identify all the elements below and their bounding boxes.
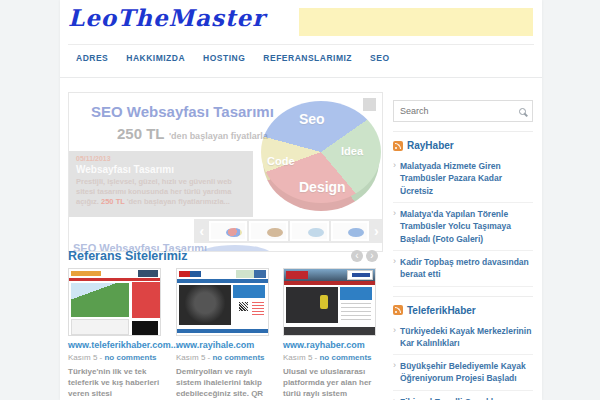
- card-excerpt: Demiryolları ve raylı sistem ihalelerini…: [176, 367, 271, 400]
- nav-item-hosting[interactable]: HOSTING: [203, 53, 245, 63]
- feed-item-label: Malatya'da Yapılan Törenle Trambüsler Yo…: [400, 208, 533, 245]
- feed-title-link[interactable]: TeleferikHaber: [407, 305, 476, 316]
- thumb-header-logo2: [138, 270, 158, 277]
- feed-header-teleferikhaber: TeleferikHaber: [393, 305, 533, 316]
- feed-item[interactable]: › Malatya'da Yapılan Törenle Trambüsler …: [393, 203, 533, 251]
- feed-title-link[interactable]: RayHaber: [407, 140, 454, 151]
- slider-thumbnail-carousel: ‹ ›: [194, 219, 383, 243]
- nav-item-referanslarimiz[interactable]: REFERANSLARIMIZ: [263, 53, 352, 63]
- chevron-bullet-icon: ›: [393, 208, 396, 245]
- thumb-red-text: [252, 302, 264, 316]
- feed-item-label: Kadir Topbaş metro davasından beraat ett…: [400, 256, 533, 281]
- card-meta: Kasım 5 - no comments: [283, 353, 378, 362]
- carousel-thumb-2[interactable]: [249, 221, 288, 241]
- thumb-sidebar: [132, 282, 160, 318]
- card-title-link[interactable]: www.rayihale.com: [176, 340, 271, 350]
- seo-pie-chart-image: Seo Idea Code Design: [261, 95, 381, 217]
- referans-prev-icon[interactable]: ‹: [351, 250, 363, 262]
- pie-label-seo: Seo: [299, 111, 325, 127]
- card-thumbnail[interactable]: [283, 268, 376, 336]
- card-comments-link[interactable]: no comments: [212, 353, 264, 362]
- thumb-side-lines: [341, 303, 371, 321]
- referans-card-rayhaber: www.rayhaber.com Kasım 5 - no comments U…: [283, 268, 378, 400]
- chevron-bullet-icon: ›: [393, 325, 396, 350]
- carousel-thumb-3[interactable]: [290, 221, 329, 241]
- feed-item-label: Büyükşehir Belediyemle Kayak Öğreniyorum…: [400, 360, 533, 385]
- carousel-prev-icon[interactable]: ‹: [196, 219, 208, 243]
- card-meta: Kasım 5 - no comments: [68, 353, 163, 362]
- card-excerpt: Ulusal ve uluslararası platformda yer al…: [283, 367, 378, 400]
- slide-post-text: Prestijli, işlevsel, güzel, hızlı ve güv…: [76, 177, 246, 206]
- slide-price-suffix: 'den başlayan fiyatlarla: [169, 131, 268, 141]
- card-date: Kasım 5: [176, 353, 205, 362]
- referans-card-rayihale: www.rayihale.com Kasım 5 - no comments D…: [176, 268, 271, 400]
- chevron-bullet-icon: ›: [393, 396, 396, 400]
- carousel-thumb-1[interactable]: [209, 221, 248, 241]
- nav-item-seo[interactable]: SEO: [370, 53, 389, 63]
- carousel-next-icon[interactable]: ›: [370, 219, 382, 243]
- slide-post-title[interactable]: Websayfası Tasarımı: [76, 164, 246, 175]
- card-title-link[interactable]: www.teleferikhaber.com...: [68, 340, 163, 350]
- card-excerpt: Türkiye'nin ilk ve tek teleferik ve kış …: [68, 367, 163, 400]
- card-thumbnail[interactable]: [176, 268, 269, 336]
- feed-item[interactable]: › Malatyada Hizmete Giren Trambüsler Paz…: [393, 155, 533, 203]
- slide-price: 250 TL 'den başlayan fiyatlarla: [117, 125, 268, 143]
- thumb-main-image: [179, 285, 231, 325]
- thumb-vest-figure: [320, 295, 328, 309]
- card-thumbnail[interactable]: [68, 268, 161, 336]
- carousel-thumb-4[interactable]: [331, 221, 370, 241]
- feed-item-label: Zihinsel Engelli Çocuklara Kayak Eğitimi: [400, 396, 533, 400]
- thumb-image: [226, 228, 242, 237]
- referans-section-heading: Referans Sitelerimiz: [68, 249, 188, 263]
- card-title-link[interactable]: www.rayhaber.com: [283, 340, 378, 350]
- main-navigation: ADRES HAKKIMIZDA HOSTING REFERANSLARIMIZ…: [76, 53, 390, 63]
- thumb-ad-box: [340, 287, 372, 300]
- search-input[interactable]: [400, 106, 519, 116]
- header-divider: [68, 44, 534, 45]
- nav-divider: [60, 77, 542, 78]
- top-ad-banner[interactable]: [299, 8, 533, 36]
- thumb-main-image: [71, 283, 129, 317]
- sidebar: RayHaber › Malatyada Hizmete Giren Tramb…: [393, 100, 533, 400]
- thumb-main-image: [286, 287, 338, 323]
- card-meta: Kasım 5 - no comments: [176, 353, 271, 362]
- thumb-dark-box: [132, 321, 158, 335]
- search-icon[interactable]: [519, 108, 526, 115]
- feed-item[interactable]: › Büyükşehir Belediyemle Kayak Öğreniyor…: [393, 355, 533, 391]
- pie-label-code: Code: [267, 155, 295, 167]
- featured-slider[interactable]: SEO Websayfası Tasarımı 250 TL 'den başl…: [68, 92, 383, 252]
- thumb-logo: [71, 271, 101, 276]
- chevron-bullet-icon: ›: [393, 360, 396, 385]
- rss-icon: [393, 305, 403, 315]
- feed-item[interactable]: › Zihinsel Engelli Çocuklara Kayak Eğiti…: [393, 391, 533, 400]
- pie-label-design: Design: [299, 179, 346, 195]
- feed-header-rayhaber: RayHaber: [393, 140, 533, 151]
- slider-control-square[interactable]: [363, 98, 376, 111]
- feed-item-label: Malatyada Hizmete Giren Trambüsler Pazar…: [400, 160, 533, 197]
- chevron-bullet-icon: ›: [393, 256, 396, 281]
- rss-icon: [393, 141, 403, 151]
- thumb-logo: [179, 271, 201, 277]
- nav-item-adres[interactable]: ADRES: [76, 53, 108, 63]
- card-comments-link[interactable]: no comments: [104, 353, 156, 362]
- thumb-logo: [286, 271, 308, 279]
- slide-post-price-highlight: 250 TL: [101, 197, 125, 206]
- thumb-calendar: [71, 319, 129, 335]
- slide-title[interactable]: SEO Websayfası Tasarımı: [91, 103, 274, 120]
- slide-post-date: 05/11/2013: [76, 155, 246, 162]
- thumb-navbar: [69, 278, 161, 281]
- thumb-navbar: [177, 279, 269, 283]
- referans-next-icon[interactable]: ›: [366, 250, 378, 262]
- site-logo[interactable]: LeoTheMaster: [68, 4, 265, 31]
- card-date: Kasım 5: [283, 353, 312, 362]
- thumb-footer: [284, 327, 376, 335]
- widget-divider: [393, 131, 533, 132]
- card-comments-link[interactable]: no comments: [319, 353, 371, 362]
- feed-item[interactable]: › Kadir Topbaş metro davasından beraat e…: [393, 251, 533, 287]
- thumb-image: [348, 228, 364, 237]
- feed-item[interactable]: › Türkiyedeki Kayak Merkezlerinin Kar Ka…: [393, 320, 533, 356]
- nav-item-hakkimizda[interactable]: HAKKIMIZDA: [126, 53, 185, 63]
- pie-label-idea: Idea: [341, 145, 363, 157]
- slide-excerpt-overlay[interactable]: 05/11/2013 Websayfası Tasarımı Prestijli…: [69, 151, 253, 217]
- page-container: LeoTheMaster ADRES HAKKIMIZDA HOSTING RE…: [60, 0, 542, 400]
